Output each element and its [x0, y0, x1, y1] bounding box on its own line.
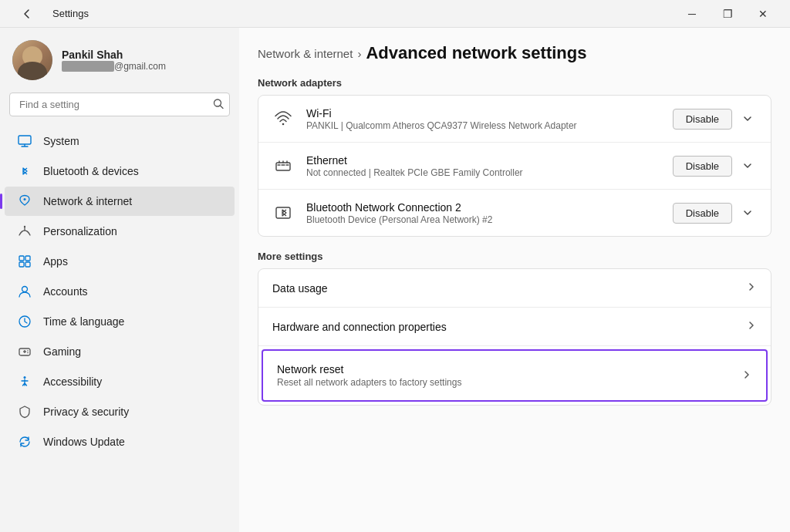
search-icon [213, 98, 224, 111]
hardware-text: Hardware and connection properties [272, 321, 738, 333]
svg-point-16 [27, 350, 29, 352]
personalization-icon [17, 224, 32, 239]
time-icon [17, 314, 32, 329]
adapter-bluetooth-net-subtitle: Bluetooth Device (Personal Area Network)… [306, 214, 662, 225]
bluetooth-net-disable-button[interactable]: Disable [673, 203, 732, 224]
sidebar-item-personalization[interactable]: Personalization [5, 217, 235, 246]
svg-rect-2 [19, 136, 31, 144]
wifi-expand-button[interactable] [737, 108, 758, 130]
sidebar-item-gaming[interactable]: Gaming [5, 337, 235, 366]
svg-rect-21 [276, 207, 290, 218]
title-bar: Settings ─ ❐ ✕ [0, 0, 790, 28]
sidebar-item-update-label: Windows Update [43, 436, 125, 448]
adapter-ethernet-actions: Disable [673, 155, 758, 177]
adapter-wifi: Wi-Fi PANKIL | Qualcomm Atheros QCA9377 … [258, 96, 771, 143]
svg-rect-10 [25, 262, 30, 267]
sidebar-item-system-label: System [43, 135, 79, 147]
svg-rect-9 [19, 262, 24, 267]
window-controls: ─ ❐ ✕ [674, 2, 781, 25]
accessibility-icon [17, 374, 32, 389]
network-reset-text: Network reset Reset all network adapters… [277, 363, 734, 388]
sidebar-item-gaming-label: Gaming [43, 345, 81, 358]
sidebar-item-accessibility[interactable]: Accessibility [5, 367, 235, 396]
sidebar-item-privacy-label: Privacy & security [43, 406, 129, 418]
ethernet-expand-button[interactable] [737, 155, 758, 177]
sidebar-item-network-label: Network & internet [43, 195, 132, 207]
close-button[interactable]: ✕ [745, 2, 781, 25]
adapter-ethernet-title: Ethernet [306, 154, 662, 167]
adapter-bluetooth-net-title: Bluetooth Network Connection 2 [306, 201, 662, 214]
sidebar-item-system[interactable]: System [5, 126, 235, 156]
adapter-wifi-text: Wi-Fi PANKIL | Qualcomm Atheros QCA9377 … [306, 107, 662, 131]
more-settings-list: Data usage Hardware and connection prope… [258, 268, 771, 406]
adapter-ethernet: Ethernet Not connected | Realtek PCIe GB… [258, 143, 771, 190]
more-settings-section: More settings Data usage Hardware and co… [258, 251, 771, 406]
back-button[interactable] [9, 2, 45, 25]
main-layout: Pankil Shah ████████@gmail.com System [0, 28, 790, 532]
svg-rect-20 [276, 163, 290, 170]
svg-point-11 [22, 287, 28, 292]
sidebar-item-accounts[interactable]: Accounts [5, 277, 235, 306]
window-title: Settings [52, 8, 89, 19]
sidebar: Pankil Shah ████████@gmail.com System [0, 28, 239, 532]
search-box [9, 93, 230, 116]
data-usage-chevron-icon [746, 281, 757, 295]
network-reset-subtitle: Reset all network adapters to factory se… [277, 377, 734, 388]
sidebar-item-bluetooth[interactable]: Bluetooth & devices [5, 157, 235, 186]
sidebar-item-time[interactable]: Time & language [5, 307, 235, 336]
email-blur: ████████ [62, 61, 114, 72]
sidebar-item-update[interactable]: Windows Update [5, 427, 235, 456]
wifi-disable-button[interactable]: Disable [673, 109, 732, 130]
gaming-icon [17, 344, 32, 359]
sidebar-item-bluetooth-label: Bluetooth & devices [43, 165, 139, 177]
adapter-wifi-title: Wi-Fi [306, 107, 662, 120]
bluetooth-icon [17, 163, 32, 179]
system-icon [17, 133, 32, 149]
sidebar-item-accessibility-label: Accessibility [43, 375, 102, 388]
nav-list: System Bluetooth & devices Network & int… [0, 123, 239, 460]
accounts-icon [17, 284, 32, 299]
sidebar-item-privacy[interactable]: Privacy & security [5, 397, 235, 426]
user-profile[interactable]: Pankil Shah ████████@gmail.com [0, 28, 239, 89]
svg-point-5 [24, 198, 26, 200]
sidebar-item-time-label: Time & language [43, 315, 124, 328]
sidebar-item-apps-label: Apps [43, 255, 68, 268]
apps-icon [17, 254, 32, 269]
svg-point-18 [24, 376, 26, 379]
ethernet-icon [271, 153, 295, 178]
more-item-network-reset[interactable]: Network reset Reset all network adapters… [262, 349, 768, 402]
sidebar-item-apps[interactable]: Apps [5, 247, 235, 276]
maximize-button[interactable]: ❐ [710, 2, 745, 25]
sidebar-item-network[interactable]: Network & internet [5, 187, 235, 216]
user-name: Pankil Shah [62, 49, 166, 61]
network-reset-title: Network reset [277, 363, 734, 375]
wifi-icon [271, 106, 295, 131]
data-usage-title: Data usage [272, 282, 738, 295]
sidebar-item-personalization-label: Personalization [43, 225, 117, 237]
ethernet-disable-button[interactable]: Disable [673, 156, 732, 177]
adapter-bluetooth-net: Bluetooth Network Connection 2 Bluetooth… [258, 190, 771, 236]
sidebar-item-accounts-label: Accounts [43, 285, 88, 298]
svg-rect-7 [19, 256, 24, 261]
svg-point-19 [282, 123, 285, 126]
user-email: ████████@gmail.com [62, 61, 166, 72]
breadcrumb: Network & internet › Advanced network se… [258, 43, 771, 63]
adapter-ethernet-text: Ethernet Not connected | Realtek PCIe GB… [306, 154, 662, 178]
data-usage-text: Data usage [272, 282, 738, 295]
svg-point-6 [24, 226, 25, 227]
network-icon [17, 194, 32, 209]
update-icon [17, 434, 32, 450]
more-item-hardware[interactable]: Hardware and connection properties [258, 308, 771, 346]
minimize-button[interactable]: ─ [674, 2, 710, 25]
more-item-data-usage[interactable]: Data usage [258, 269, 771, 308]
more-settings-title: More settings [258, 251, 771, 262]
network-adapters-title: Network adapters [258, 77, 771, 89]
avatar [12, 40, 52, 80]
bluetooth-net-expand-button[interactable] [737, 202, 758, 224]
breadcrumb-parent: Network & internet [258, 47, 353, 60]
adapter-bluetooth-net-actions: Disable [673, 202, 758, 224]
breadcrumb-separator: › [357, 47, 361, 60]
bluetooth-net-icon [271, 200, 295, 225]
hardware-title: Hardware and connection properties [272, 321, 738, 333]
search-input[interactable] [9, 93, 230, 116]
